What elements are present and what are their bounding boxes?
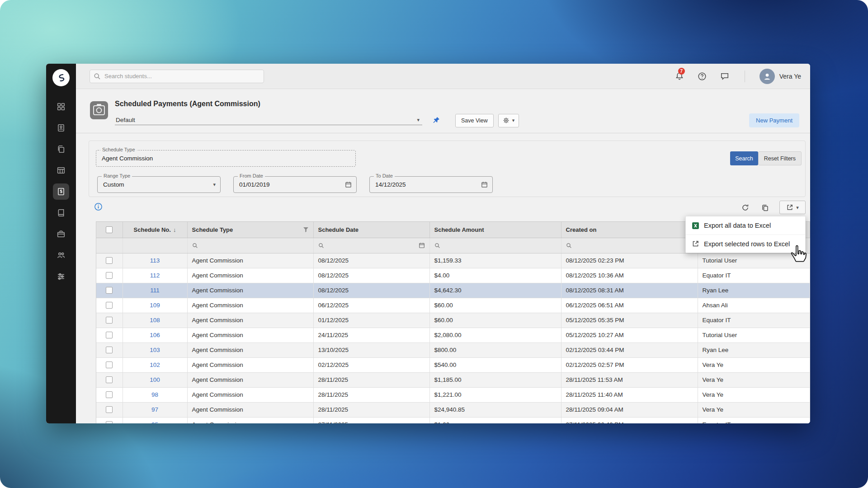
table-row[interactable]: 112 Agent Commission 08/12/2025 $4.00 08… (96, 268, 810, 283)
view-settings-button[interactable]: ▾ (498, 114, 519, 127)
column-header-schedule-amount[interactable]: Schedule Amount (429, 222, 561, 238)
table-row[interactable]: 106 Agent Commission 24/11/2025 $2,080.0… (96, 328, 810, 343)
sidebar-item-briefcase[interactable] (53, 226, 69, 242)
row-checkbox[interactable] (106, 317, 113, 324)
sidebar-item-settings[interactable] (53, 268, 69, 285)
table-row[interactable]: 113 Agent Commission 08/12/2025 $1,159.3… (96, 253, 810, 268)
schedule-no-link[interactable]: 98 (151, 391, 158, 398)
cell-schedule-date: 28/11/2025 (313, 387, 429, 402)
filter-created-on[interactable] (561, 238, 698, 253)
search-input[interactable] (90, 70, 264, 83)
schedule-no-link[interactable]: 97 (151, 406, 158, 413)
sidebar-item-dashboard[interactable] (53, 99, 69, 115)
table-row[interactable]: 109 Agent Commission 06/12/2025 $60.00 0… (96, 298, 810, 313)
table-row[interactable]: 108 Agent Commission 01/12/2025 $60.00 0… (96, 313, 810, 328)
cell-schedule-date: 08/12/2025 (313, 253, 429, 268)
sidebar-item-tables[interactable] (53, 162, 69, 178)
cell-schedule-type: Agent Commission (187, 402, 313, 417)
cell-created-on: 27/11/2025 06:46 PM (561, 417, 698, 423)
schedule-no-link[interactable]: 95 (151, 421, 158, 423)
filter-schedule-type[interactable] (187, 238, 313, 253)
sidebar-item-ledger[interactable] (53, 205, 69, 221)
schedule-no-link[interactable]: 113 (150, 257, 160, 264)
from-date-field[interactable]: From Date 01/01/2019 (233, 176, 357, 193)
user-menu[interactable]: Vera Ye (760, 69, 801, 84)
cell-created-on: 06/12/2025 06:51 AM (561, 298, 698, 313)
filter-schedule-no[interactable] (123, 238, 187, 253)
schedule-no-link[interactable]: 112 (150, 272, 160, 279)
sidebar-item-scheduled-payments[interactable] (53, 183, 69, 200)
column-header-created-on[interactable]: Created on (561, 222, 698, 238)
refresh-button[interactable] (740, 202, 750, 213)
row-checkbox[interactable] (106, 406, 113, 413)
schedule-no-link[interactable]: 100 (150, 376, 160, 383)
export-menu-button[interactable]: ▾ (779, 201, 806, 214)
schedule-no-link[interactable]: 103 (150, 347, 160, 353)
cell-created-on: 05/12/2025 05:35 PM (561, 313, 698, 328)
row-checkbox[interactable] (106, 257, 113, 264)
notifications-button[interactable]: 7 (674, 71, 685, 82)
save-view-button[interactable]: Save View (455, 114, 494, 127)
filter-schedule-date[interactable] (313, 238, 429, 253)
reset-filters-button[interactable]: Reset Filters (758, 151, 802, 165)
help-button[interactable] (697, 71, 708, 82)
chat-button[interactable] (719, 71, 730, 82)
row-checkbox[interactable] (106, 302, 113, 309)
app-logo[interactable] (52, 69, 70, 86)
menu-item-label: Export all data to Excel (704, 222, 771, 229)
row-checkbox[interactable] (106, 272, 113, 279)
topbar-divider (745, 70, 745, 82)
to-date-field[interactable]: To Date 14/12/2025 (369, 176, 493, 193)
table-row[interactable]: 111 Agent Commission 08/12/2025 $4,642.3… (96, 283, 810, 298)
table-row[interactable]: 95 Agent Commission 27/11/2025 $1.00 27/… (96, 417, 810, 423)
calendar-icon (481, 181, 488, 188)
row-checkbox[interactable] (106, 287, 113, 294)
schedule-no-link[interactable]: 108 (150, 317, 160, 324)
info-button[interactable] (94, 202, 103, 213)
cell-created-by: Equator IT (698, 268, 810, 283)
filter-funnel-icon[interactable] (303, 227, 309, 233)
column-header-schedule-date[interactable]: Schedule Date (313, 222, 429, 238)
schedule-type-field[interactable]: Schedule Type Agent Commission (96, 150, 356, 167)
column-header-schedule-no[interactable]: Schedule No. ↓ (123, 222, 187, 238)
row-checkbox[interactable] (106, 332, 113, 338)
main-content: 7 (76, 64, 810, 423)
copy-button[interactable] (760, 202, 770, 213)
select-all-checkbox[interactable] (106, 226, 113, 233)
schedule-no-link[interactable]: 102 (150, 361, 160, 368)
cell-schedule-date: 24/11/2025 (313, 328, 429, 343)
schedule-no-link[interactable]: 109 (150, 302, 160, 309)
menu-item-export-selected[interactable]: Export selected rows to Excel (686, 235, 805, 253)
filter-schedule-amount[interactable] (429, 238, 561, 253)
schedule-no-link[interactable]: 111 (150, 287, 160, 294)
cell-created-by: Vera Ye (698, 387, 810, 402)
view-band: Scheduled Payments (Agent Commission) De… (76, 89, 810, 133)
calendar-icon[interactable] (419, 242, 425, 249)
row-checkbox[interactable] (106, 376, 113, 383)
filters-search-button[interactable]: Search (730, 151, 758, 165)
row-checkbox[interactable] (106, 421, 113, 423)
row-checkbox[interactable] (106, 391, 113, 398)
sidebar-item-agents[interactable] (53, 247, 69, 263)
schedule-no-link[interactable]: 106 (150, 332, 160, 338)
pin-view-button[interactable] (432, 117, 440, 124)
row-checkbox[interactable] (106, 361, 113, 368)
topbar: 7 (76, 64, 810, 89)
new-payment-button[interactable]: New Payment (749, 113, 799, 127)
row-checkbox[interactable] (106, 347, 113, 353)
table-row[interactable]: 97 Agent Commission 28/11/2025 $24,940.8… (96, 402, 810, 417)
table-row[interactable]: 98 Agent Commission 28/11/2025 $1,221.00… (96, 387, 810, 402)
range-type-label: Range Type (102, 173, 132, 178)
column-header-schedule-type[interactable]: Schedule Type (187, 222, 313, 238)
sidebar-item-pages[interactable] (53, 141, 69, 157)
cell-created-on: 02/12/2025 03:44 PM (561, 343, 698, 357)
from-date-value: 01/01/2019 (239, 177, 270, 192)
menu-item-export-all[interactable]: Export all data to Excel (686, 216, 805, 235)
view-selector[interactable]: Default ▾ (115, 116, 422, 125)
table-row[interactable]: 103 Agent Commission 13/10/2025 $800.00 … (96, 343, 810, 357)
table-row[interactable]: 100 Agent Commission 28/11/2025 $1,185.0… (96, 372, 810, 387)
table-row[interactable]: 102 Agent Commission 02/12/2025 $540.00 … (96, 357, 810, 372)
sidebar-item-contacts[interactable] (53, 120, 69, 136)
range-type-field[interactable]: Range Type Custom ▾ (97, 176, 221, 193)
cell-created-by: Ryan Lee (698, 283, 810, 298)
